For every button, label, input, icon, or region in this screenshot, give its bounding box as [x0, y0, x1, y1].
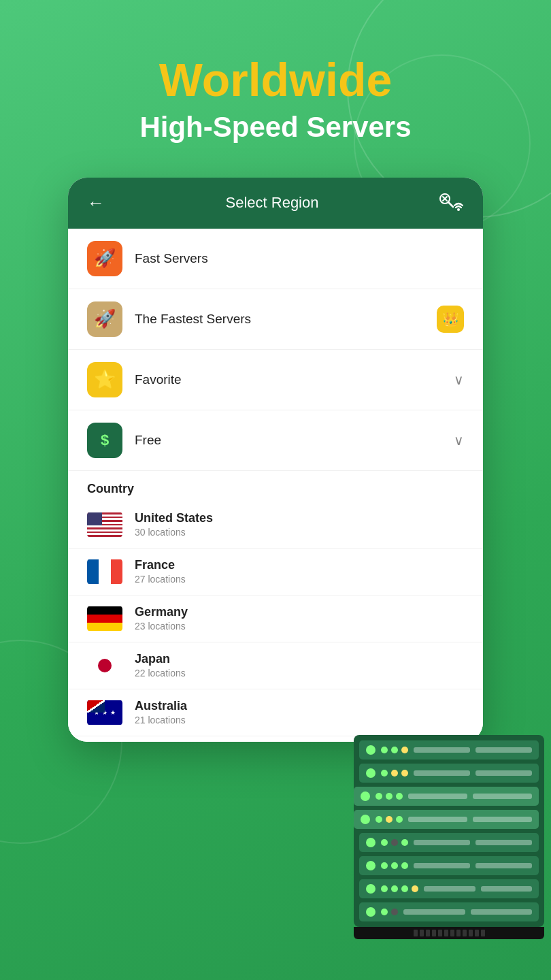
country-info-fr: France 27 locations	[135, 558, 464, 585]
country-section-header: Country	[68, 471, 483, 502]
country-info-us: United States 30 locations	[135, 511, 464, 538]
rack-base	[354, 927, 544, 939]
rack-row-4	[354, 810, 539, 829]
server-rack-illustration	[354, 735, 544, 939]
rack-row-7	[359, 879, 539, 898]
country-locations-us: 30 locations	[135, 527, 464, 538]
country-info-de: Germany 23 locations	[135, 605, 464, 632]
crown-badge: 👑	[437, 306, 464, 333]
fast-servers-icon: 🚀	[87, 241, 122, 276]
country-locations-fr: 27 locations	[135, 574, 464, 585]
country-item-jp[interactable]: Japan 22 locations	[68, 642, 483, 689]
favorite-label: Favorite	[135, 372, 454, 387]
free-chevron-icon: ∨	[454, 432, 464, 448]
menu-item-fast-servers[interactable]: 🚀 Fast Servers	[68, 229, 483, 289]
flag-fr	[87, 558, 122, 585]
country-item-de[interactable]: Germany 23 locations	[68, 595, 483, 642]
country-name-de: Germany	[135, 605, 464, 619]
rack-dots	[381, 747, 408, 753]
free-label: Free	[135, 433, 454, 448]
rack-row-5	[359, 833, 539, 852]
menu-item-favorite[interactable]: ⭐ Favorite ∨	[68, 350, 483, 410]
country-name-au: Australia	[135, 699, 464, 713]
menu-item-free[interactable]: $ Free ∨	[68, 410, 483, 471]
country-item-us[interactable]: United States 30 locations	[68, 502, 483, 549]
header-section: Worldwide High-Speed Servers	[0, 0, 551, 144]
svg-point-4	[457, 208, 460, 211]
flag-us	[87, 511, 122, 538]
rack-row-3	[354, 787, 539, 806]
back-button[interactable]: ←	[87, 193, 105, 214]
fastest-servers-icon: 🚀	[87, 301, 122, 337]
flag-jp	[87, 652, 122, 679]
country-name-fr: France	[135, 558, 464, 572]
title-worldwide: Worldwide	[0, 54, 551, 105]
country-locations-de: 23 locations	[135, 621, 464, 632]
free-icon: $	[87, 423, 122, 458]
rack-row-1	[359, 740, 539, 760]
header-icon-group	[439, 193, 464, 212]
country-locations-jp: 22 locations	[135, 668, 464, 679]
card-header: ← Select Region	[68, 178, 483, 229]
menu-list: 🚀 Fast Servers 🚀 The Fastest Servers 👑 ⭐…	[68, 229, 483, 471]
rack-dot	[366, 745, 375, 755]
svg-line-1	[448, 202, 453, 207]
menu-item-fastest-servers[interactable]: 🚀 The Fastest Servers 👑	[68, 289, 483, 350]
fastest-servers-label: The Fastest Servers	[135, 312, 437, 327]
flag-de	[87, 605, 122, 632]
card-title: Select Region	[226, 194, 319, 212]
country-info-jp: Japan 22 locations	[135, 652, 464, 679]
rack-row-8	[359, 902, 539, 921]
favorite-icon: ⭐	[87, 362, 122, 397]
rack-row-2	[359, 764, 539, 783]
country-locations-au: 21 locations	[135, 715, 464, 725]
country-info-au: Australia 21 locations	[135, 699, 464, 725]
country-item-au[interactable]: ★ ★ ★ Australia 21 locations	[68, 689, 483, 736]
flag-au: ★ ★ ★	[87, 699, 122, 726]
country-section: Country United States 30 locations	[68, 471, 483, 742]
rack-row-6	[359, 856, 539, 875]
country-name-jp: Japan	[135, 652, 464, 666]
main-card: ← Select Region 🚀 Fast Servers 🚀	[68, 178, 483, 742]
fast-servers-label: Fast Servers	[135, 251, 464, 266]
title-subtitle: High-Speed Servers	[0, 111, 551, 144]
favorite-chevron-icon: ∨	[454, 372, 464, 388]
wifi-search-icon	[439, 193, 464, 212]
country-item-fr[interactable]: France 27 locations	[68, 549, 483, 595]
country-name-us: United States	[135, 511, 464, 525]
